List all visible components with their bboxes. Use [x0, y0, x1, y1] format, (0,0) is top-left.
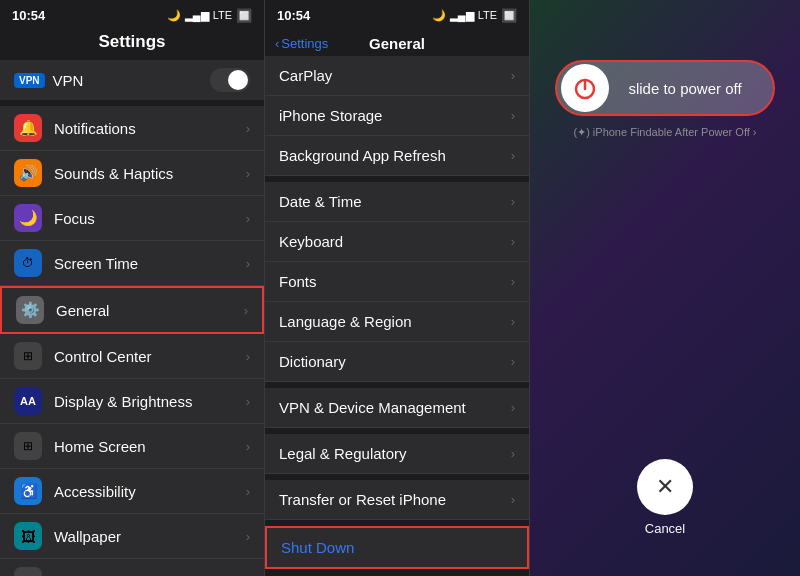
- general-item-transfer[interactable]: Transfer or Reset iPhone ›: [265, 480, 529, 520]
- vpn-toggle[interactable]: [210, 68, 250, 92]
- legal-label: Legal & Regulatory: [279, 445, 407, 462]
- moon-icon-p2: 🌙: [432, 9, 446, 22]
- control-center-label: Control Center: [54, 348, 246, 365]
- nav-header: ‹ Settings General: [265, 28, 529, 56]
- settings-item-display[interactable]: AA Display & Brightness ›: [0, 379, 264, 424]
- chevron-icon: ›: [511, 314, 515, 329]
- screen-time-icon: ⏱: [14, 249, 42, 277]
- general-title: General: [369, 35, 425, 52]
- chevron-icon: ›: [511, 354, 515, 369]
- chevron-icon: ›: [246, 211, 250, 226]
- power-icon: [572, 75, 598, 101]
- chevron-icon: ›: [511, 274, 515, 289]
- status-bar: 10:54 🌙 ▂▄▆ LTE 🔲: [0, 0, 264, 28]
- wallpaper-icon: 🖼: [14, 522, 42, 550]
- network-type: LTE: [213, 9, 232, 21]
- dictionary-label: Dictionary: [279, 353, 346, 370]
- network-type-p2: LTE: [478, 9, 497, 21]
- findable-text[interactable]: (✦) iPhone Findable After Power Off ›: [573, 126, 756, 139]
- general-item-dictionary[interactable]: Dictionary ›: [265, 342, 529, 382]
- status-icons: 🌙 ▂▄▆ LTE 🔲: [167, 8, 252, 23]
- settings-item-focus[interactable]: 🌙 Focus ›: [0, 196, 264, 241]
- sounds-label: Sounds & Haptics: [54, 165, 246, 182]
- chevron-icon: ›: [511, 148, 515, 163]
- close-icon: ✕: [656, 474, 674, 500]
- cancel-label: Cancel: [645, 521, 685, 536]
- battery-icon: 🔲: [236, 8, 252, 23]
- notifications-icon: 🔔: [14, 114, 42, 142]
- general-item-iphone-storage[interactable]: iPhone Storage ›: [265, 96, 529, 136]
- display-icon: AA: [14, 387, 42, 415]
- settings-item-general[interactable]: ⚙️ General ›: [0, 286, 264, 334]
- chevron-icon: ›: [511, 234, 515, 249]
- power-off-panel: slide to power off (✦) iPhone Findable A…: [530, 0, 800, 576]
- accessibility-icon: ♿: [14, 477, 42, 505]
- back-label: Settings: [281, 36, 328, 51]
- focus-icon: 🌙: [14, 204, 42, 232]
- language-label: Language & Region: [279, 313, 412, 330]
- settings-item-home-screen[interactable]: ⊞ Home Screen ›: [0, 424, 264, 469]
- settings-item-accessibility[interactable]: ♿ Accessibility ›: [0, 469, 264, 514]
- general-list: CarPlay › iPhone Storage › Background Ap…: [265, 56, 529, 576]
- signal-icon: ▂▄▆: [185, 9, 209, 22]
- background-refresh-label: Background App Refresh: [279, 147, 446, 164]
- siri-icon: ◎: [14, 567, 42, 576]
- power-handle: [561, 64, 609, 112]
- carplay-label: CarPlay: [279, 67, 332, 84]
- chevron-icon: ›: [244, 303, 248, 318]
- settings-item-control-center[interactable]: ⊞ Control Center ›: [0, 334, 264, 379]
- control-center-icon: ⊞: [14, 342, 42, 370]
- screen-time-label: Screen Time: [54, 255, 246, 272]
- settings-list: 🔔 Notifications › 🔊 Sounds & Haptics › 🌙…: [0, 106, 264, 576]
- fonts-label: Fonts: [279, 273, 317, 290]
- shutdown-label: Shut Down: [281, 539, 354, 556]
- chevron-icon: ›: [511, 400, 515, 415]
- vpn-row[interactable]: VPN VPN: [0, 60, 264, 100]
- date-time-label: Date & Time: [279, 193, 362, 210]
- chevron-icon: ›: [246, 121, 250, 136]
- settings-item-screen-time[interactable]: ⏱ Screen Time ›: [0, 241, 264, 286]
- keyboard-label: Keyboard: [279, 233, 343, 250]
- accessibility-label: Accessibility: [54, 483, 246, 500]
- signal-icon-p2: ▂▄▆: [450, 9, 474, 22]
- chevron-icon: ›: [246, 394, 250, 409]
- settings-item-notifications[interactable]: 🔔 Notifications ›: [0, 106, 264, 151]
- general-item-keyboard[interactable]: Keyboard ›: [265, 222, 529, 262]
- back-button[interactable]: ‹ Settings: [275, 36, 328, 51]
- sounds-icon: 🔊: [14, 159, 42, 187]
- findable-label: (✦) iPhone Findable After Power Off ›: [573, 126, 756, 138]
- general-panel: 10:54 🌙 ▂▄▆ LTE 🔲 ‹ Settings General Car…: [265, 0, 530, 576]
- general-item-legal[interactable]: Legal & Regulatory ›: [265, 434, 529, 474]
- general-item-carplay[interactable]: CarPlay ›: [265, 56, 529, 96]
- general-item-date-time[interactable]: Date & Time ›: [265, 182, 529, 222]
- battery-icon-p2: 🔲: [501, 8, 517, 23]
- settings-item-siri[interactable]: ◎ Siri & Search ›: [0, 559, 264, 576]
- settings-item-wallpaper[interactable]: 🖼 Wallpaper ›: [0, 514, 264, 559]
- chevron-icon: ›: [511, 194, 515, 209]
- wallpaper-label: Wallpaper: [54, 528, 246, 545]
- moon-icon: 🌙: [167, 9, 181, 22]
- chevron-icon: ›: [511, 492, 515, 507]
- general-item-shutdown[interactable]: Shut Down: [265, 526, 529, 569]
- chevron-icon: ›: [511, 446, 515, 461]
- focus-label: Focus: [54, 210, 246, 227]
- settings-item-sounds[interactable]: 🔊 Sounds & Haptics ›: [0, 151, 264, 196]
- general-item-fonts[interactable]: Fonts ›: [265, 262, 529, 302]
- general-item-vpn-mgmt[interactable]: VPN & Device Management ›: [265, 388, 529, 428]
- back-chevron: ‹: [275, 36, 279, 51]
- status-bar-p2: 10:54 🌙 ▂▄▆ LTE 🔲: [265, 0, 529, 28]
- general-item-language[interactable]: Language & Region ›: [265, 302, 529, 342]
- chevron-icon: ›: [246, 166, 250, 181]
- display-label: Display & Brightness: [54, 393, 246, 410]
- general-item-background-refresh[interactable]: Background App Refresh ›: [265, 136, 529, 176]
- status-time: 10:54: [12, 8, 45, 23]
- slide-to-power-off[interactable]: slide to power off: [555, 60, 775, 116]
- home-screen-label: Home Screen: [54, 438, 246, 455]
- transfer-label: Transfer or Reset iPhone: [279, 491, 446, 508]
- panel1-title: Settings: [0, 28, 264, 60]
- general-label: General: [56, 302, 244, 319]
- cancel-button[interactable]: ✕: [637, 459, 693, 515]
- siri-label: Siri & Search: [54, 573, 246, 577]
- home-screen-icon: ⊞: [14, 432, 42, 460]
- chevron-icon: ›: [246, 484, 250, 499]
